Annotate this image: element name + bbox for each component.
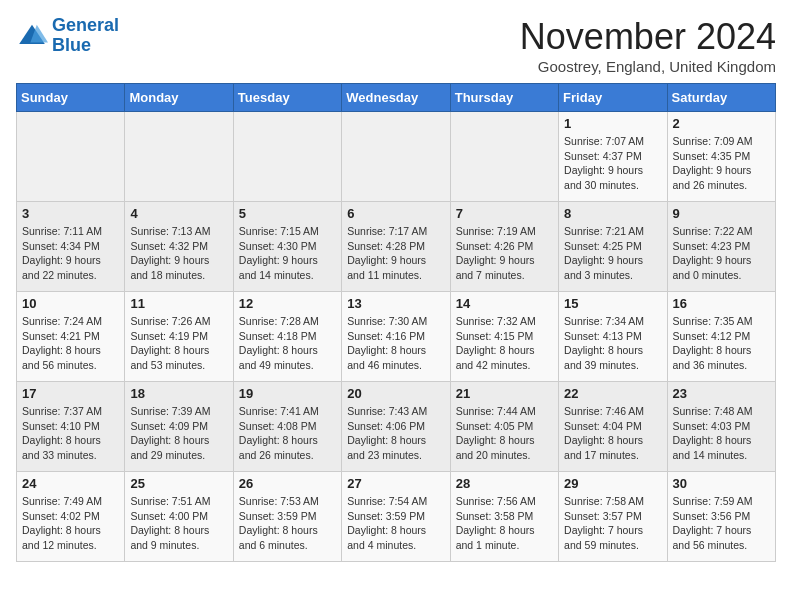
calendar-cell: 15Sunrise: 7:34 AM Sunset: 4:13 PM Dayli… xyxy=(559,292,667,382)
calendar-cell: 13Sunrise: 7:30 AM Sunset: 4:16 PM Dayli… xyxy=(342,292,450,382)
day-number: 14 xyxy=(456,296,553,311)
calendar-cell: 17Sunrise: 7:37 AM Sunset: 4:10 PM Dayli… xyxy=(17,382,125,472)
day-number: 5 xyxy=(239,206,336,221)
calendar-cell: 1Sunrise: 7:07 AM Sunset: 4:37 PM Daylig… xyxy=(559,112,667,202)
day-info: Sunrise: 7:22 AM Sunset: 4:23 PM Dayligh… xyxy=(673,224,770,283)
calendar-cell: 16Sunrise: 7:35 AM Sunset: 4:12 PM Dayli… xyxy=(667,292,775,382)
title-block: November 2024 Goostrey, England, United … xyxy=(520,16,776,75)
day-info: Sunrise: 7:24 AM Sunset: 4:21 PM Dayligh… xyxy=(22,314,119,373)
day-info: Sunrise: 7:43 AM Sunset: 4:06 PM Dayligh… xyxy=(347,404,444,463)
day-number: 3 xyxy=(22,206,119,221)
day-info: Sunrise: 7:37 AM Sunset: 4:10 PM Dayligh… xyxy=(22,404,119,463)
calendar-cell: 14Sunrise: 7:32 AM Sunset: 4:15 PM Dayli… xyxy=(450,292,558,382)
week-row-3: 10Sunrise: 7:24 AM Sunset: 4:21 PM Dayli… xyxy=(17,292,776,382)
calendar-cell: 2Sunrise: 7:09 AM Sunset: 4:35 PM Daylig… xyxy=(667,112,775,202)
day-info: Sunrise: 7:28 AM Sunset: 4:18 PM Dayligh… xyxy=(239,314,336,373)
calendar-cell xyxy=(233,112,341,202)
header-thursday: Thursday xyxy=(450,84,558,112)
day-info: Sunrise: 7:49 AM Sunset: 4:02 PM Dayligh… xyxy=(22,494,119,553)
header-tuesday: Tuesday xyxy=(233,84,341,112)
calendar-cell: 7Sunrise: 7:19 AM Sunset: 4:26 PM Daylig… xyxy=(450,202,558,292)
day-number: 28 xyxy=(456,476,553,491)
calendar-cell: 23Sunrise: 7:48 AM Sunset: 4:03 PM Dayli… xyxy=(667,382,775,472)
day-info: Sunrise: 7:34 AM Sunset: 4:13 PM Dayligh… xyxy=(564,314,661,373)
header-monday: Monday xyxy=(125,84,233,112)
day-number: 11 xyxy=(130,296,227,311)
day-number: 18 xyxy=(130,386,227,401)
calendar-cell: 10Sunrise: 7:24 AM Sunset: 4:21 PM Dayli… xyxy=(17,292,125,382)
day-number: 25 xyxy=(130,476,227,491)
day-number: 9 xyxy=(673,206,770,221)
calendar-cell: 24Sunrise: 7:49 AM Sunset: 4:02 PM Dayli… xyxy=(17,472,125,562)
calendar-cell: 29Sunrise: 7:58 AM Sunset: 3:57 PM Dayli… xyxy=(559,472,667,562)
day-info: Sunrise: 7:13 AM Sunset: 4:32 PM Dayligh… xyxy=(130,224,227,283)
week-row-4: 17Sunrise: 7:37 AM Sunset: 4:10 PM Dayli… xyxy=(17,382,776,472)
logo: General Blue xyxy=(16,16,119,56)
calendar-cell: 8Sunrise: 7:21 AM Sunset: 4:25 PM Daylig… xyxy=(559,202,667,292)
page-header: General Blue November 2024 Goostrey, Eng… xyxy=(16,16,776,75)
week-row-2: 3Sunrise: 7:11 AM Sunset: 4:34 PM Daylig… xyxy=(17,202,776,292)
calendar-cell: 18Sunrise: 7:39 AM Sunset: 4:09 PM Dayli… xyxy=(125,382,233,472)
day-number: 2 xyxy=(673,116,770,131)
day-number: 27 xyxy=(347,476,444,491)
header-saturday: Saturday xyxy=(667,84,775,112)
day-info: Sunrise: 7:46 AM Sunset: 4:04 PM Dayligh… xyxy=(564,404,661,463)
day-number: 12 xyxy=(239,296,336,311)
calendar-cell xyxy=(450,112,558,202)
day-info: Sunrise: 7:39 AM Sunset: 4:09 PM Dayligh… xyxy=(130,404,227,463)
day-info: Sunrise: 7:51 AM Sunset: 4:00 PM Dayligh… xyxy=(130,494,227,553)
calendar-cell: 30Sunrise: 7:59 AM Sunset: 3:56 PM Dayli… xyxy=(667,472,775,562)
day-info: Sunrise: 7:15 AM Sunset: 4:30 PM Dayligh… xyxy=(239,224,336,283)
calendar-cell: 28Sunrise: 7:56 AM Sunset: 3:58 PM Dayli… xyxy=(450,472,558,562)
day-number: 8 xyxy=(564,206,661,221)
day-info: Sunrise: 7:11 AM Sunset: 4:34 PM Dayligh… xyxy=(22,224,119,283)
day-info: Sunrise: 7:19 AM Sunset: 4:26 PM Dayligh… xyxy=(456,224,553,283)
day-number: 6 xyxy=(347,206,444,221)
day-number: 22 xyxy=(564,386,661,401)
month-title: November 2024 xyxy=(520,16,776,58)
calendar-cell: 11Sunrise: 7:26 AM Sunset: 4:19 PM Dayli… xyxy=(125,292,233,382)
day-number: 13 xyxy=(347,296,444,311)
calendar-cell: 22Sunrise: 7:46 AM Sunset: 4:04 PM Dayli… xyxy=(559,382,667,472)
logo-icon xyxy=(16,20,48,52)
calendar-cell xyxy=(17,112,125,202)
day-info: Sunrise: 7:26 AM Sunset: 4:19 PM Dayligh… xyxy=(130,314,227,373)
day-info: Sunrise: 7:35 AM Sunset: 4:12 PM Dayligh… xyxy=(673,314,770,373)
calendar-cell: 19Sunrise: 7:41 AM Sunset: 4:08 PM Dayli… xyxy=(233,382,341,472)
calendar-cell: 6Sunrise: 7:17 AM Sunset: 4:28 PM Daylig… xyxy=(342,202,450,292)
day-info: Sunrise: 7:32 AM Sunset: 4:15 PM Dayligh… xyxy=(456,314,553,373)
day-number: 7 xyxy=(456,206,553,221)
calendar-cell: 12Sunrise: 7:28 AM Sunset: 4:18 PM Dayli… xyxy=(233,292,341,382)
day-info: Sunrise: 7:58 AM Sunset: 3:57 PM Dayligh… xyxy=(564,494,661,553)
logo-text: General Blue xyxy=(52,16,119,56)
day-info: Sunrise: 7:09 AM Sunset: 4:35 PM Dayligh… xyxy=(673,134,770,193)
day-info: Sunrise: 7:21 AM Sunset: 4:25 PM Dayligh… xyxy=(564,224,661,283)
day-number: 21 xyxy=(456,386,553,401)
calendar-cell xyxy=(125,112,233,202)
calendar-cell: 3Sunrise: 7:11 AM Sunset: 4:34 PM Daylig… xyxy=(17,202,125,292)
calendar-cell: 21Sunrise: 7:44 AM Sunset: 4:05 PM Dayli… xyxy=(450,382,558,472)
calendar-cell: 9Sunrise: 7:22 AM Sunset: 4:23 PM Daylig… xyxy=(667,202,775,292)
week-row-1: 1Sunrise: 7:07 AM Sunset: 4:37 PM Daylig… xyxy=(17,112,776,202)
day-info: Sunrise: 7:41 AM Sunset: 4:08 PM Dayligh… xyxy=(239,404,336,463)
calendar-cell: 26Sunrise: 7:53 AM Sunset: 3:59 PM Dayli… xyxy=(233,472,341,562)
location: Goostrey, England, United Kingdom xyxy=(520,58,776,75)
calendar-cell: 4Sunrise: 7:13 AM Sunset: 4:32 PM Daylig… xyxy=(125,202,233,292)
calendar-table: SundayMondayTuesdayWednesdayThursdayFrid… xyxy=(16,83,776,562)
day-number: 24 xyxy=(22,476,119,491)
calendar-cell xyxy=(342,112,450,202)
header-sunday: Sunday xyxy=(17,84,125,112)
day-info: Sunrise: 7:48 AM Sunset: 4:03 PM Dayligh… xyxy=(673,404,770,463)
day-info: Sunrise: 7:56 AM Sunset: 3:58 PM Dayligh… xyxy=(456,494,553,553)
day-info: Sunrise: 7:53 AM Sunset: 3:59 PM Dayligh… xyxy=(239,494,336,553)
day-info: Sunrise: 7:44 AM Sunset: 4:05 PM Dayligh… xyxy=(456,404,553,463)
day-number: 30 xyxy=(673,476,770,491)
calendar-cell: 27Sunrise: 7:54 AM Sunset: 3:59 PM Dayli… xyxy=(342,472,450,562)
day-info: Sunrise: 7:17 AM Sunset: 4:28 PM Dayligh… xyxy=(347,224,444,283)
calendar-cell: 5Sunrise: 7:15 AM Sunset: 4:30 PM Daylig… xyxy=(233,202,341,292)
day-number: 1 xyxy=(564,116,661,131)
day-number: 15 xyxy=(564,296,661,311)
day-number: 19 xyxy=(239,386,336,401)
header-friday: Friday xyxy=(559,84,667,112)
day-number: 17 xyxy=(22,386,119,401)
